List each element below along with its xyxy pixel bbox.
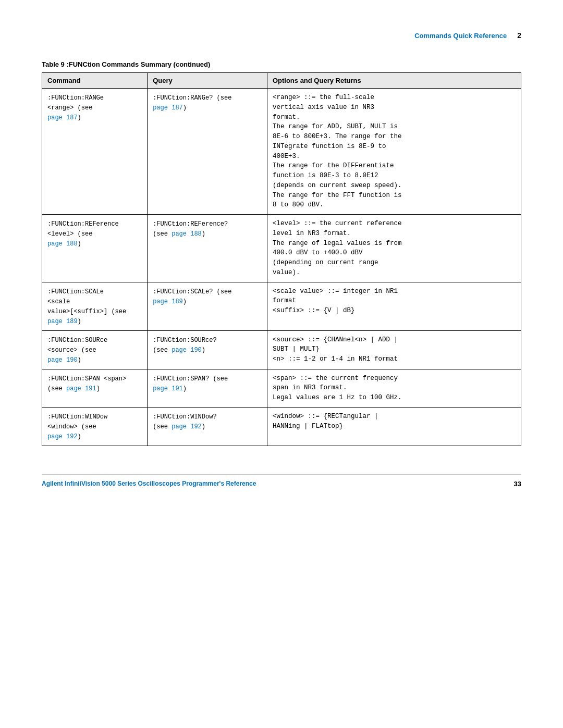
- command-cell: :FUNCtion:RANGe <range> (see page 187): [42, 89, 148, 215]
- command-cell: :FUNCtion:SPAN <span> (see page 191): [42, 369, 148, 407]
- command-cell: :FUNCtion:SCALe <scale value>[<suffix>] …: [42, 282, 148, 330]
- command-link[interactable]: page 190: [47, 356, 78, 364]
- col-header-command: Command: [42, 73, 148, 89]
- col-header-query: Query: [148, 73, 267, 89]
- command-cell: :FUNCtion:WINDow <window> (see page 192): [42, 407, 148, 446]
- query-link[interactable]: page 188: [172, 230, 202, 238]
- query-cell: :FUNCtion:RANGe? (see page 187): [148, 89, 267, 215]
- query-link[interactable]: page 189: [153, 298, 183, 305]
- query-cell: :FUNCtion:REFerence? (see page 188): [148, 215, 267, 282]
- page-header: Commands Quick Reference 2: [42, 31, 521, 40]
- command-link[interactable]: page 191: [66, 385, 96, 392]
- footer-left-text: Agilent InfiniiVision 5000 Series Oscill…: [42, 480, 256, 487]
- table-row: :FUNCtion:SPAN <span> (see page 191):FUN…: [42, 369, 521, 407]
- page-footer: Agilent InfiniiVision 5000 Series Oscill…: [42, 474, 521, 488]
- command-link[interactable]: page 189: [47, 318, 78, 325]
- footer-page-number: 33: [514, 480, 521, 488]
- options-cell: <source> ::= {CHANnel<n> | ADD | SUBT | …: [267, 330, 521, 369]
- table-row: :FUNCtion:SCALe <scale value>[<suffix>] …: [42, 282, 521, 330]
- header-title: Commands Quick Reference: [414, 32, 507, 40]
- options-cell: <window> ::= {RECTangular | HANNing | FL…: [267, 407, 521, 446]
- table-row: :FUNCtion:RANGe <range> (see page 187):F…: [42, 89, 521, 215]
- query-cell: :FUNCtion:SCALe? (see page 189): [148, 282, 267, 330]
- query-link[interactable]: page 190: [172, 347, 202, 354]
- query-link[interactable]: page 187: [153, 104, 183, 112]
- table-caption: Table 9 :FUNCtion Commands Summary (cont…: [42, 60, 521, 68]
- commands-table: Command Query Options and Query Returns …: [42, 72, 521, 446]
- table-row: :FUNCtion:REFerence <level> (see page 18…: [42, 215, 521, 282]
- table-row: :FUNCtion:SOURce <source> (see page 190)…: [42, 330, 521, 369]
- col-header-options: Options and Query Returns: [267, 73, 521, 89]
- header-page-number: 2: [517, 31, 521, 40]
- query-cell: :FUNCtion:SPAN? (see page 191): [148, 369, 267, 407]
- table-number: Table 9: [42, 60, 65, 68]
- options-cell: <level> ::= the current reference level …: [267, 215, 521, 282]
- query-link[interactable]: page 192: [172, 423, 202, 430]
- options-cell: <span> ::= the current frequency span in…: [267, 369, 521, 407]
- query-link[interactable]: page 191: [153, 385, 183, 392]
- options-cell: <range> ::= the full-scale vertical axis…: [267, 89, 521, 215]
- command-link[interactable]: page 188: [47, 240, 78, 248]
- command-link[interactable]: page 187: [47, 114, 78, 121]
- options-cell: <scale value> ::= integer in NR1 format …: [267, 282, 521, 330]
- command-cell: :FUNCtion:SOURce <source> (see page 190): [42, 330, 148, 369]
- command-link[interactable]: page 192: [47, 433, 78, 440]
- query-cell: :FUNCtion:WINDow? (see page 192): [148, 407, 267, 446]
- query-cell: :FUNCtion:SOURce? (see page 190): [148, 330, 267, 369]
- table-header-row: Command Query Options and Query Returns: [42, 73, 521, 89]
- table-row: :FUNCtion:WINDow <window> (see page 192)…: [42, 407, 521, 446]
- table-caption-text: :FUNCtion Commands Summary (continued): [65, 60, 211, 68]
- command-cell: :FUNCtion:REFerence <level> (see page 18…: [42, 215, 148, 282]
